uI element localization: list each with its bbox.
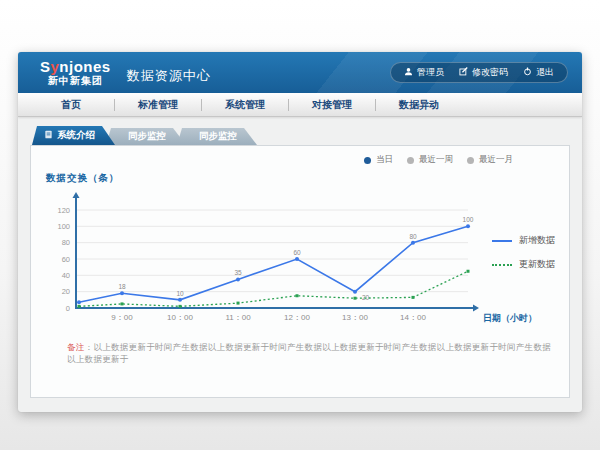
svg-text:20: 20: [362, 294, 370, 301]
filter-最近一月[interactable]: 最近一月: [467, 154, 513, 166]
edit-icon: [459, 67, 468, 78]
svg-text:100: 100: [57, 222, 70, 231]
user-toolbar: 管理员修改密码退出: [390, 62, 568, 83]
svg-text:80: 80: [62, 238, 70, 247]
content-area: 系统介绍同步监控同步监控 当日最近一周最近一月 数据交换（条） 02040608…: [18, 117, 582, 398]
radio-icon[interactable]: [467, 157, 474, 164]
svg-text:14：00: 14：00: [400, 313, 426, 322]
app-window: Synjones 新中新集团 数据资源中心 管理员修改密码退出 首页标准管理系统…: [18, 52, 582, 412]
legend-item-更新数据: 更新数据: [492, 258, 555, 271]
svg-text:12：00: 12：00: [284, 313, 310, 322]
logo-wordmark: Synjones: [40, 59, 111, 76]
svg-text:10：00: 10：00: [167, 313, 193, 322]
user-button-修改密码[interactable]: 修改密码: [459, 66, 508, 79]
nav-item-标准管理[interactable]: 标准管理: [115, 98, 201, 112]
series-legend: 新增数据更新数据: [492, 234, 555, 282]
nav-item-对接管理[interactable]: 对接管理: [289, 98, 375, 112]
svg-text:60: 60: [62, 255, 70, 264]
svg-text:0: 0: [66, 304, 70, 313]
tab-bar: 系统介绍同步监控同步监控: [32, 126, 570, 145]
page-title: 数据资源中心: [127, 67, 211, 85]
user-button-退出[interactable]: 退出: [523, 66, 554, 79]
y-axis-title: 数据交换（条）: [46, 172, 120, 185]
svg-text:60: 60: [293, 249, 301, 256]
company-logo: Synjones 新中新集团: [40, 59, 111, 87]
user-button-管理员[interactable]: 管理员: [404, 66, 444, 79]
svg-text:18: 18: [118, 283, 126, 290]
document-icon: [44, 130, 53, 141]
svg-text:80: 80: [409, 233, 417, 240]
power-icon: [523, 67, 532, 78]
radio-icon[interactable]: [364, 157, 371, 164]
footnote: 备注：以上数据更新于时间产生数据以上数据更新于时间产生数据以上数据更新于时间产生…: [67, 342, 555, 366]
svg-text:100: 100: [463, 216, 474, 223]
svg-text:40: 40: [62, 271, 70, 280]
legend-line-sample: [492, 264, 512, 266]
svg-text:10: 10: [176, 290, 184, 297]
svg-text:9：00: 9：00: [111, 313, 133, 322]
svg-text:日期（小时）: 日期（小时）: [483, 313, 537, 323]
tab-同步监控[interactable]: 同步监控: [106, 128, 186, 145]
range-filter-group: 当日最近一周最近一月: [364, 154, 513, 166]
filter-当日[interactable]: 当日: [364, 154, 393, 166]
svg-text:35: 35: [234, 269, 242, 276]
radio-icon[interactable]: [407, 157, 414, 164]
chart-panel: 当日最近一周最近一月 数据交换（条） 0204060801001209：0010…: [30, 145, 570, 398]
user-icon: [404, 67, 413, 78]
legend-item-新增数据: 新增数据: [492, 234, 555, 247]
nav-item-数据异动[interactable]: 数据异动: [376, 98, 462, 112]
nav-item-首页[interactable]: 首页: [28, 98, 114, 112]
footnote-label: 备注: [67, 342, 85, 352]
svg-text:11：00: 11：00: [225, 313, 251, 322]
svg-text:20: 20: [62, 287, 70, 296]
tab-系统介绍[interactable]: 系统介绍: [32, 126, 115, 145]
header: Synjones 新中新集团 数据资源中心 管理员修改密码退出: [18, 52, 582, 93]
filter-最近一周[interactable]: 最近一周: [407, 154, 453, 166]
svg-text:13：00: 13：00: [342, 313, 368, 322]
main-nav: 首页标准管理系统管理对接管理数据异动: [18, 93, 582, 117]
legend-line-sample: [492, 240, 512, 242]
svg-text:120: 120: [57, 206, 70, 215]
tab-同步监控[interactable]: 同步监控: [177, 128, 257, 145]
logo-subtitle: 新中新集团: [40, 75, 111, 86]
nav-item-系统管理[interactable]: 系统管理: [202, 98, 288, 112]
